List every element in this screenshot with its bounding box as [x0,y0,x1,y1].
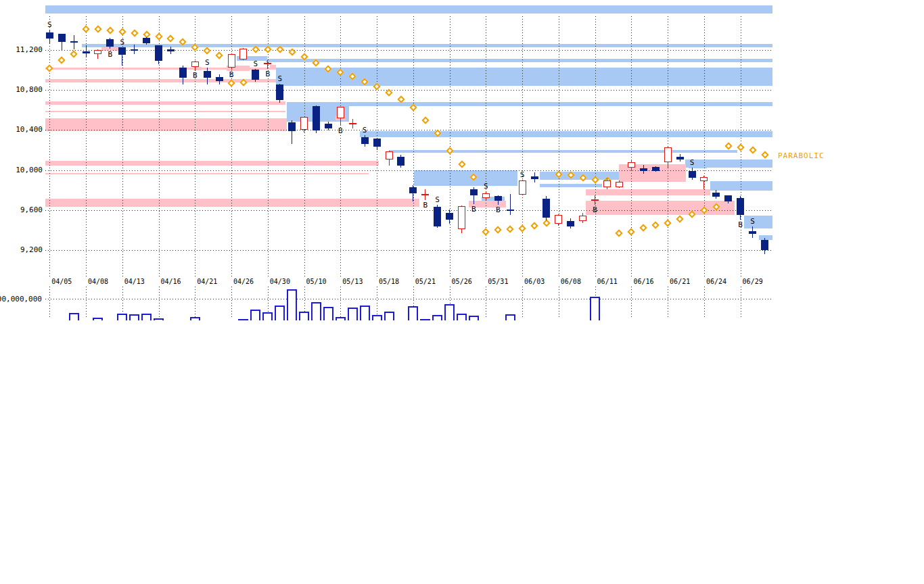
x-axis-tick-label: 05/10 [306,278,327,285]
sell-signal-marker: S [360,126,369,135]
volume-bar [262,312,273,320]
parabolic-sar-dot [204,47,211,54]
volume-bar [372,315,382,320]
y-axis-tick-label: 9,600 [10,205,43,214]
date-gridline-volume [559,287,559,318]
price-gridline [45,90,772,91]
buy-signal-marker: B [263,70,273,78]
parabolic-sar-dot [761,151,768,158]
channel-band-pink [45,118,287,131]
date-gridline-volume [195,287,195,318]
candle-body [737,198,744,215]
parabolic-sar-dot [628,228,635,235]
x-axis-tick-label: 05/26 [452,278,472,285]
date-gridline-volume [159,287,160,318]
parabolic-sar-dot [724,142,732,149]
volume-bar [384,312,394,320]
parabolic-sar-dot [215,51,223,59]
candle-body [700,177,708,181]
parabolic-sar-dot [446,147,453,154]
channel-band-blue [45,5,772,14]
candle-body [252,70,259,80]
parabolic-sar-dot [507,225,514,233]
sell-signal-marker: S [433,195,442,204]
x-axis-tick-label: 06/24 [706,278,726,285]
parabolic-sar-dot [458,160,465,168]
y-axis-tick-label: 10,800 [10,85,43,94]
x-axis-tick-label: 05/13 [342,278,363,285]
channel-band-blue [82,44,772,48]
date-gridline-volume [668,287,668,318]
volume-bar [250,310,260,320]
volume-bar [590,297,600,320]
candle-body [749,231,756,234]
candle-body [349,123,356,124]
price-gridline [45,170,772,171]
date-gridline-volume [522,287,523,318]
candle-body [167,49,175,51]
volume-gridline [45,299,772,299]
x-axis-tick-label: 04/08 [88,278,108,285]
volume-bar [323,307,333,320]
volume-bar [117,314,127,320]
candle-body [94,50,101,54]
candle-body [542,199,550,218]
volume-bar [69,313,79,320]
parabolic-sar-dot [155,32,162,40]
candle-body [397,157,405,166]
x-axis-tick-label: 06/03 [524,278,545,285]
candle-body [118,47,126,55]
volume-bar [444,304,455,320]
parabolic-sar-dot [106,26,114,34]
channel-band-pink [586,201,735,215]
candle-body [313,106,320,130]
candle-body [591,199,599,201]
volume-bar [432,315,442,320]
channel-band-blue [540,184,602,187]
candle-body [458,206,465,229]
candle-body [482,193,490,198]
candle-body [179,68,187,78]
candle-body [640,168,647,171]
price-gridline [45,130,772,130]
candle-body [567,221,574,226]
x-axis-tick-label: 06/21 [670,278,690,285]
candle-body [300,117,308,129]
sell-signal-marker: S [118,38,127,47]
parabolic-sar-dot [82,25,89,32]
candle-wick [267,60,268,69]
buy-signal-marker: B [421,201,430,210]
parabolic-sar-dot [749,146,756,153]
buy-signal-marker: B [190,71,200,80]
volume-bar [141,314,152,320]
parabolic-sar-dot [518,224,526,232]
buy-signal-marker: B [591,205,600,214]
price-gridline [45,250,772,251]
parabolic-sar-dot [167,34,175,42]
candle-body [652,167,660,171]
candle-body [325,124,332,128]
y-axis-tick-label: 9,200 [10,245,43,254]
x-axis-tick-label: 06/11 [597,278,618,285]
candle-body [712,193,720,197]
candle-body [434,207,441,227]
date-gridline [522,16,523,277]
parabolic-sar-dot [664,219,671,226]
candle-body [83,51,90,53]
candle-body [276,84,283,100]
parabolic-sar-dot [494,226,502,233]
candle-body [216,77,223,81]
parabolic-sar-dot [737,143,744,151]
candle-body [761,240,768,250]
volume-bar [348,308,358,320]
candle-body [519,180,526,195]
parabolic-sar-dot [640,224,647,231]
x-axis-tick-label: 05/18 [379,278,399,285]
volume-axis-tick-label: 300,000,000 [0,295,42,303]
volume-bar [190,317,200,320]
candle-body [494,196,502,201]
candle-body [616,182,623,187]
candle-body [531,176,538,179]
y-axis-tick-label: 10,000 [10,166,43,174]
candle-body [579,216,586,221]
